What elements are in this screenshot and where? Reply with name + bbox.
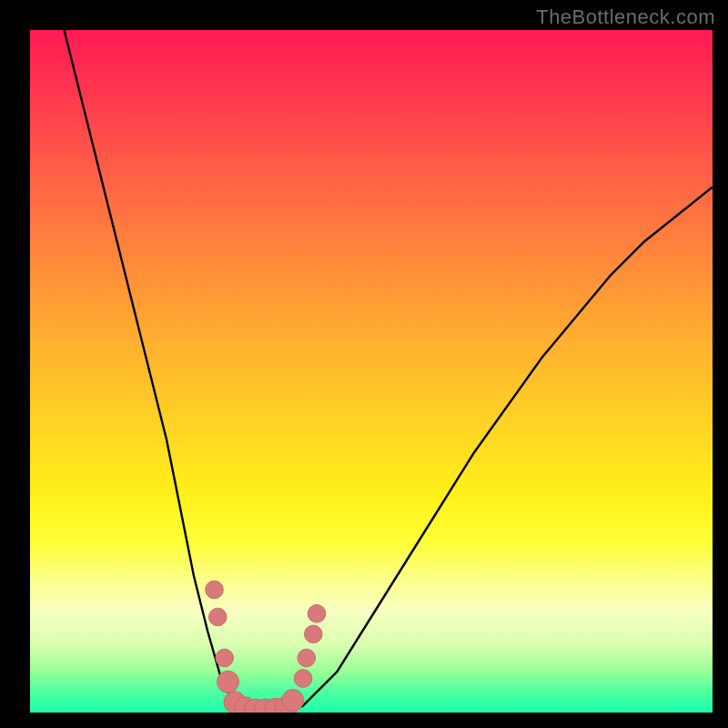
curve-marker <box>216 649 234 667</box>
curve-marker <box>308 605 326 623</box>
curve-marker <box>305 625 323 643</box>
curve-marker <box>217 671 239 693</box>
bottleneck-curve <box>65 30 713 713</box>
curve-layer <box>30 30 713 713</box>
watermark-text: TheBottleneck.com <box>536 5 715 29</box>
curve-marker <box>298 649 316 667</box>
curve-marker <box>282 690 304 712</box>
plot-area <box>30 30 713 713</box>
marker-group <box>206 581 326 713</box>
curve-marker <box>206 581 224 599</box>
curve-marker <box>294 670 312 688</box>
curve-marker <box>209 608 228 626</box>
chart-frame: TheBottleneck.com <box>0 0 728 728</box>
